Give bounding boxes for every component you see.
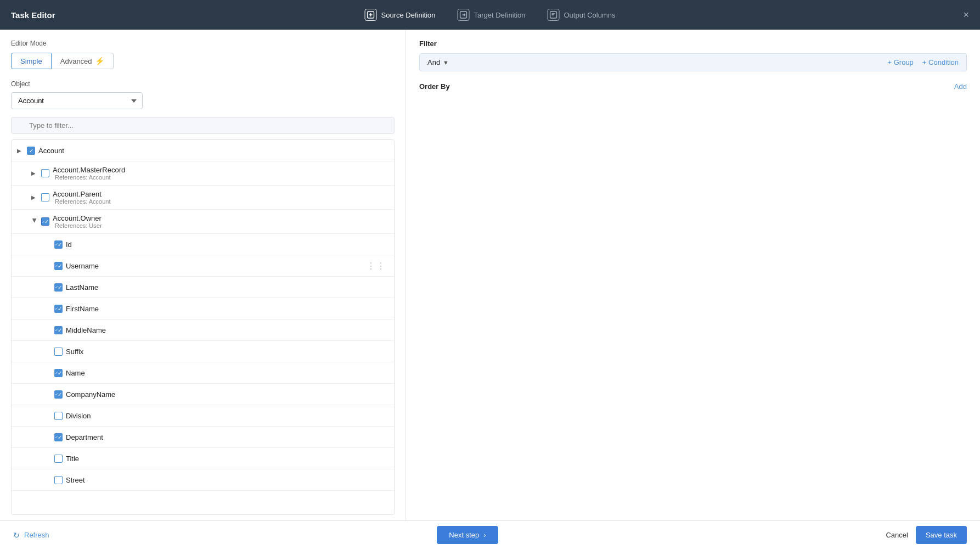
item-label-lastname: LastName xyxy=(66,283,98,292)
object-label: Object xyxy=(11,80,395,88)
refresh-button[interactable]: Refresh xyxy=(24,531,49,539)
tree-list: ▶ Account ▶ Account.MasterRecord Referen… xyxy=(11,139,395,515)
checkbox-parent[interactable] xyxy=(41,193,49,201)
next-step-arrow-icon: › xyxy=(483,531,486,539)
tree-item-department: Department xyxy=(12,427,394,448)
checkbox-middlename[interactable] xyxy=(54,326,63,334)
output-columns-icon xyxy=(548,9,560,21)
tree-item-street: Street xyxy=(12,469,394,491)
tree-item-middlename: MiddleName xyxy=(12,320,394,341)
lightning-icon: ⚡ xyxy=(95,57,104,65)
item-label-title: Title xyxy=(66,455,79,463)
item-label-division: Division xyxy=(66,412,91,420)
save-task-button[interactable]: Save task xyxy=(916,526,967,544)
item-label-masterrecord: Account.MasterRecord xyxy=(53,166,125,174)
object-select[interactable]: Account xyxy=(11,92,143,109)
checkbox-title[interactable] xyxy=(54,455,63,463)
item-label-account: Account xyxy=(38,147,64,155)
editor-mode-label: Editor Mode xyxy=(11,40,395,47)
checkbox-lastname[interactable] xyxy=(54,283,63,292)
footer-right: Cancel Save task xyxy=(886,526,967,544)
tree-item-suffix: Suffix xyxy=(12,341,394,362)
tree-item-name: Name xyxy=(12,362,394,384)
item-label-street: Street xyxy=(66,476,85,484)
item-label-username: Username xyxy=(66,262,99,270)
filter-label: Filter xyxy=(419,40,967,48)
tab-target-definition[interactable]: Target Definition xyxy=(458,9,526,21)
order-by-section: Order By Add xyxy=(419,82,967,91)
drag-handle-username[interactable]: ⋮⋮ xyxy=(367,261,386,271)
simple-mode-button[interactable]: Simple xyxy=(11,53,52,69)
tree-item-owner: ▶ Account.Owner References: User xyxy=(12,210,394,234)
search-wrapper: 🔍 xyxy=(11,117,395,136)
tab-output-columns[interactable]: Output Columns xyxy=(548,9,616,21)
tree-item-account: ▶ Account xyxy=(12,140,394,161)
item-ref-parent: References: Account xyxy=(55,198,111,205)
body: Editor Mode Simple Advanced ⚡ Object Acc… xyxy=(0,30,980,520)
left-panel: Editor Mode Simple Advanced ⚡ Object Acc… xyxy=(0,30,406,520)
tree-item-companyname: CompanyName xyxy=(12,384,394,405)
add-group-button[interactable]: + Group xyxy=(888,58,914,66)
chevron-account[interactable]: ▶ xyxy=(17,148,24,154)
checkbox-owner[interactable] xyxy=(41,217,49,226)
mode-buttons: Simple Advanced ⚡ xyxy=(11,53,395,69)
chevron-parent[interactable]: ▶ xyxy=(31,194,38,200)
item-label-firstname: FirstName xyxy=(66,305,99,313)
filter-actions: + Group + Condition xyxy=(888,58,959,66)
right-panel: Filter And ▼ + Group + Condition Order B… xyxy=(406,30,980,520)
tab-output-label: Output Columns xyxy=(564,11,616,19)
item-ref-owner: References: User xyxy=(55,222,102,229)
checkbox-masterrecord[interactable] xyxy=(41,169,49,177)
checkbox-department[interactable] xyxy=(54,433,63,441)
tree-item-parent: ▶ Account.Parent References: Account xyxy=(12,186,394,210)
chevron-owner[interactable]: ▶ xyxy=(32,219,38,225)
checkbox-id[interactable] xyxy=(54,240,63,249)
filter-row: And ▼ + Group + Condition xyxy=(419,53,967,71)
refresh-icon: ↻ xyxy=(13,531,20,540)
tree-item-division: Division xyxy=(12,405,394,427)
next-step-button[interactable]: Next step › xyxy=(437,526,498,544)
item-label-middlename: MiddleName xyxy=(66,326,106,334)
checkbox-companyname[interactable] xyxy=(54,390,63,399)
filter-section: Filter And ▼ + Group + Condition xyxy=(419,40,967,71)
checkbox-name[interactable] xyxy=(54,369,63,377)
item-label-id: Id xyxy=(66,240,72,249)
and-chevron-icon: ▼ xyxy=(443,59,449,66)
tree-item-firstname: FirstName xyxy=(12,298,394,320)
chevron-masterrecord[interactable]: ▶ xyxy=(31,170,38,176)
tree-item-username: Username ⋮⋮ xyxy=(12,255,394,277)
order-by-add-button[interactable]: Add xyxy=(954,82,967,91)
header: Task Editor Source Definition Target Def… xyxy=(0,0,980,30)
item-label-parent: Account.Parent xyxy=(53,190,111,198)
footer: ↻ Refresh Next step › Cancel Save task xyxy=(0,520,980,549)
item-label-department: Department xyxy=(66,433,103,441)
header-title: Task Editor xyxy=(11,10,55,20)
item-label-companyname: CompanyName xyxy=(66,390,115,399)
checkbox-division[interactable] xyxy=(54,412,63,420)
add-condition-button[interactable]: + Condition xyxy=(922,58,959,66)
header-tabs: Source Definition Target Definition Outp… xyxy=(365,9,616,21)
checkbox-firstname[interactable] xyxy=(54,305,63,313)
tree-item-lastname: LastName xyxy=(12,277,394,298)
target-definition-icon xyxy=(458,9,470,21)
tab-target-label: Target Definition xyxy=(474,11,526,19)
tree-item-id: Id xyxy=(12,234,394,255)
cancel-button[interactable]: Cancel xyxy=(886,531,908,539)
item-label-name: Name xyxy=(66,369,85,377)
footer-center: Next step › xyxy=(49,526,886,544)
tab-source-label: Source Definition xyxy=(381,11,436,19)
filter-and-select[interactable]: And xyxy=(427,58,441,66)
checkbox-street[interactable] xyxy=(54,476,63,484)
checkbox-account[interactable] xyxy=(27,147,35,155)
tree-item-masterrecord: ▶ Account.MasterRecord References: Accou… xyxy=(12,161,394,186)
tree-item-title: Title xyxy=(12,448,394,469)
item-label-suffix: Suffix xyxy=(66,348,83,356)
close-button[interactable]: × xyxy=(963,9,969,21)
advanced-mode-button[interactable]: Advanced ⚡ xyxy=(52,53,114,69)
search-input[interactable] xyxy=(11,117,395,134)
item-ref-masterrecord: References: Account xyxy=(55,174,125,181)
checkbox-username[interactable] xyxy=(54,262,63,270)
checkbox-suffix[interactable] xyxy=(54,348,63,356)
footer-left: ↻ Refresh xyxy=(13,531,49,540)
tab-source-definition[interactable]: Source Definition xyxy=(365,9,436,21)
